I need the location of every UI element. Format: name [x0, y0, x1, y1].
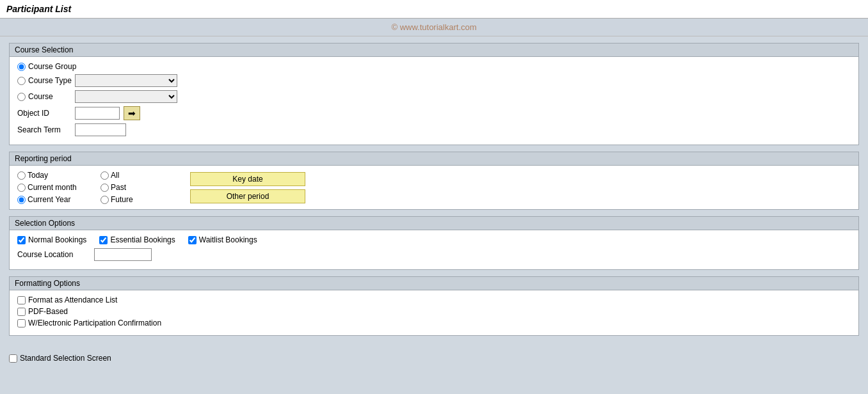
- course-label[interactable]: Course: [17, 92, 75, 101]
- course-row: Course: [17, 90, 851, 103]
- footer-row: Standard Selection Screen: [0, 349, 868, 368]
- course-group-radio[interactable]: [17, 63, 26, 71]
- page-title: Participant List: [6, 4, 71, 14]
- course-text: Course: [28, 92, 53, 101]
- nav-arrow-icon: ➡: [128, 108, 136, 118]
- course-selection-header: Course Selection: [10, 43, 858, 57]
- future-label[interactable]: Future: [100, 195, 184, 204]
- reporting-period-header: Reporting period: [10, 152, 858, 166]
- reporting-period-section: Reporting period Today Current month Cur: [9, 152, 859, 210]
- course-location-row: Course Location: [17, 248, 851, 261]
- rp-buttons: Key date Other period: [190, 172, 305, 203]
- pdf-based-row: PDF-Based: [17, 307, 851, 316]
- electronic-row: W/Electronic Participation Confirmation: [17, 319, 851, 327]
- today-radio[interactable]: [17, 171, 26, 180]
- electronic-checkbox[interactable]: [17, 319, 26, 327]
- course-type-radio[interactable]: [17, 77, 26, 85]
- object-id-label: Object ID: [17, 109, 75, 118]
- course-type-label[interactable]: Course Type: [17, 76, 75, 85]
- other-period-button[interactable]: Other period: [190, 189, 305, 203]
- essential-bookings-checkbox[interactable]: [99, 236, 108, 244]
- all-text: All: [111, 171, 119, 180]
- main-content: Course Selection Course Group Course Typ…: [0, 36, 868, 349]
- all-label[interactable]: All: [100, 171, 184, 180]
- object-id-controls: ➡: [75, 106, 140, 120]
- standard-selection-label[interactable]: Standard Selection Screen: [20, 354, 111, 363]
- normal-bookings-text: Normal Bookings: [28, 235, 86, 244]
- object-id-nav-button[interactable]: ➡: [124, 106, 140, 120]
- object-id-input[interactable]: [75, 107, 120, 120]
- course-location-input[interactable]: [94, 248, 152, 261]
- current-year-label[interactable]: Current Year: [17, 195, 100, 204]
- watermark-text: © www.tutorialkart.com: [391, 22, 476, 32]
- course-selection-section: Course Selection Course Group Course Typ…: [9, 43, 859, 145]
- object-id-row: Object ID ➡: [17, 106, 851, 120]
- today-text: Today: [28, 171, 48, 180]
- current-month-label[interactable]: Current month: [17, 183, 100, 192]
- past-radio[interactable]: [100, 184, 109, 192]
- selection-options-section: Selection Options Normal Bookings Essent…: [9, 216, 859, 270]
- search-term-input[interactable]: [75, 123, 126, 136]
- normal-bookings-checkbox[interactable]: [17, 236, 26, 244]
- format-attendance-checkbox[interactable]: [17, 296, 26, 304]
- waitlist-bookings-text: Waitlist Bookings: [199, 235, 257, 244]
- rp-col1: Today Current month Current Year: [17, 171, 100, 204]
- current-month-radio[interactable]: [17, 184, 26, 192]
- current-month-text: Current month: [28, 183, 77, 192]
- key-date-button[interactable]: Key date: [190, 172, 305, 186]
- current-year-radio[interactable]: [17, 196, 26, 204]
- reporting-period-body: Today Current month Current Year: [10, 166, 858, 209]
- course-type-text: Course Type: [28, 76, 72, 85]
- course-selection-body: Course Group Course Type Course: [10, 57, 858, 145]
- format-attendance-row: Format as Attendance List: [17, 296, 851, 304]
- bookings-row: Normal Bookings Essential Bookings Waitl…: [17, 235, 851, 244]
- selection-options-body: Normal Bookings Essential Bookings Waitl…: [10, 230, 858, 269]
- waitlist-bookings-label[interactable]: Waitlist Bookings: [188, 235, 257, 244]
- past-text: Past: [111, 183, 126, 192]
- title-bar: Participant List: [0, 0, 868, 19]
- essential-bookings-text: Essential Bookings: [110, 235, 175, 244]
- standard-selection-checkbox[interactable]: [9, 354, 17, 363]
- course-group-text: Course Group: [28, 62, 76, 71]
- normal-bookings-label[interactable]: Normal Bookings: [17, 235, 86, 244]
- current-year-text: Current Year: [28, 195, 70, 204]
- all-radio[interactable]: [100, 171, 109, 180]
- course-radio[interactable]: [17, 93, 26, 101]
- today-label[interactable]: Today: [17, 171, 100, 180]
- search-term-row: Search Term: [17, 123, 851, 136]
- pdf-based-label[interactable]: PDF-Based: [28, 307, 68, 316]
- course-select[interactable]: [75, 90, 177, 103]
- essential-bookings-label[interactable]: Essential Bookings: [99, 235, 175, 244]
- course-group-label[interactable]: Course Group: [17, 62, 76, 71]
- future-radio[interactable]: [100, 196, 109, 204]
- past-label[interactable]: Past: [100, 183, 184, 192]
- formatting-options-body: Format as Attendance List PDF-Based W/El…: [10, 290, 858, 335]
- watermark-bar: © www.tutorialkart.com: [0, 19, 868, 36]
- course-group-row: Course Group: [17, 62, 851, 71]
- formatting-options-section: Formatting Options Format as Attendance …: [9, 276, 859, 336]
- electronic-label[interactable]: W/Electronic Participation Confirmation: [28, 319, 161, 327]
- pdf-based-checkbox[interactable]: [17, 308, 26, 316]
- waitlist-bookings-checkbox[interactable]: [188, 236, 197, 244]
- future-text: Future: [111, 195, 133, 204]
- format-attendance-label[interactable]: Format as Attendance List: [28, 296, 117, 304]
- rp-col2: All Past Future: [100, 171, 184, 204]
- selection-options-header: Selection Options: [10, 217, 858, 230]
- search-term-label: Search Term: [17, 125, 75, 134]
- formatting-options-header: Formatting Options: [10, 277, 858, 290]
- course-type-row: Course Type: [17, 74, 851, 87]
- course-type-select[interactable]: [75, 74, 177, 87]
- course-location-label: Course Location: [17, 250, 94, 259]
